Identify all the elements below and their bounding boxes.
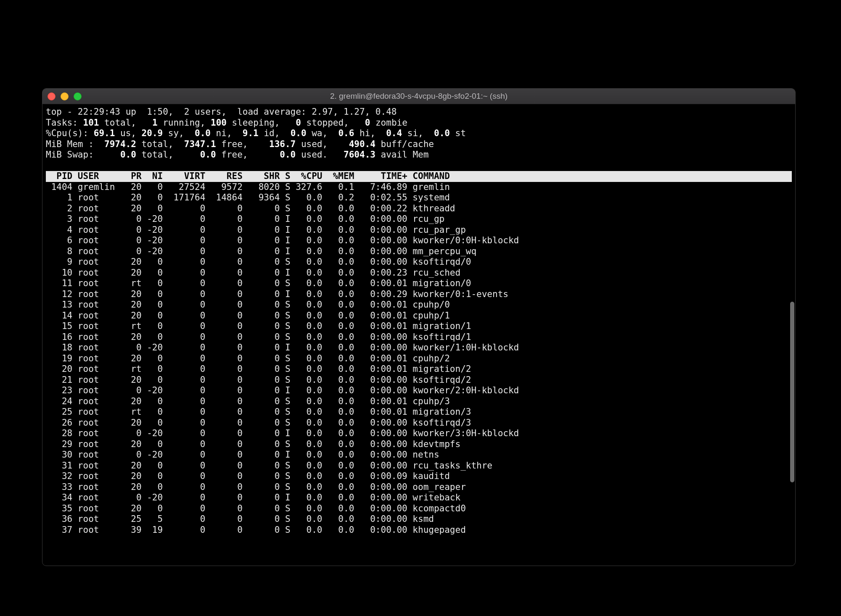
column-header: PID USER PR NI VIRT RES SHR S %CPU %MEM … bbox=[46, 171, 792, 182]
scrollbar[interactable] bbox=[790, 121, 794, 563]
tasks-line: Tasks: 101 total, 1 running, 100 sleepin… bbox=[46, 118, 407, 128]
terminal-output[interactable]: top - 22:29:43 up 1:50, 2 users, load av… bbox=[42, 104, 795, 566]
close-icon[interactable] bbox=[48, 92, 56, 100]
window-title: 2. gremlin@fedora30-s-4vcpu-8gb-sfo2-01:… bbox=[42, 92, 795, 101]
mem-line: MiB Mem : 7974.2 total, 7347.1 free, 136… bbox=[46, 139, 434, 149]
zoom-icon[interactable] bbox=[74, 92, 82, 100]
swap-line: MiB Swap: 0.0 total, 0.0 free, 0.0 used.… bbox=[46, 150, 428, 160]
scrollbar-thumb[interactable] bbox=[790, 302, 794, 482]
traffic-lights bbox=[48, 92, 82, 100]
minimize-icon[interactable] bbox=[61, 92, 69, 100]
cpu-line: %Cpu(s): 69.1 us, 20.9 sy, 0.0 ni, 9.1 i… bbox=[46, 128, 466, 138]
titlebar[interactable]: 2. gremlin@fedora30-s-4vcpu-8gb-sfo2-01:… bbox=[42, 89, 795, 104]
terminal-window: 2. gremlin@fedora30-s-4vcpu-8gb-sfo2-01:… bbox=[42, 88, 796, 566]
top-uptime-line: top - 22:29:43 up 1:50, 2 users, load av… bbox=[46, 107, 397, 117]
process-list: 1404 gremlin 20 0 27524 9572 8020 S 327.… bbox=[46, 182, 519, 535]
